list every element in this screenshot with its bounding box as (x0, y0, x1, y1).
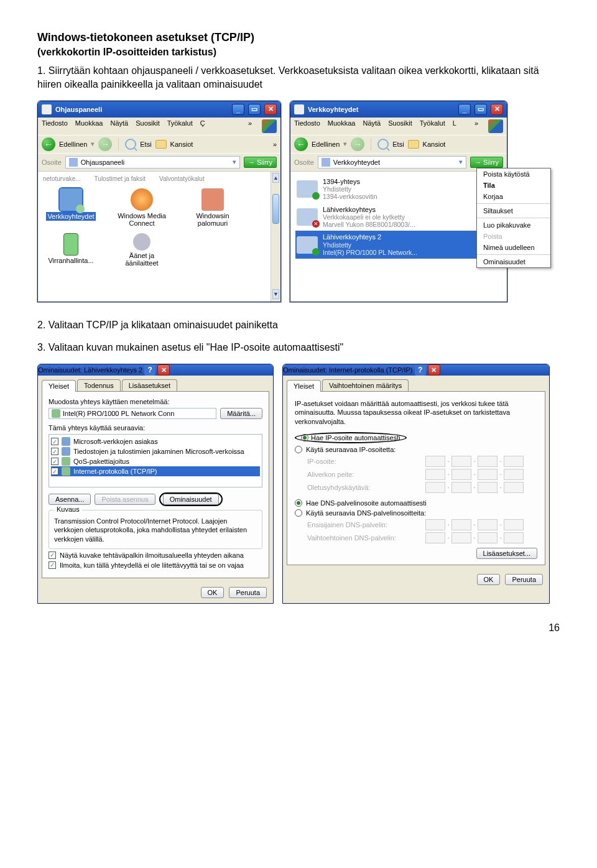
cpl-sound[interactable]: Äänet ja äänilaitteet (114, 233, 170, 267)
nic-icon (297, 236, 318, 254)
ctx-properties[interactable]: Ominaisuudet (477, 256, 550, 267)
forward-button[interactable]: → (351, 137, 364, 151)
properties-button[interactable]: Ominaisuudet (163, 494, 219, 505)
ctx-repair[interactable]: Korjaa (477, 191, 550, 202)
search-label[interactable]: Etsi (392, 141, 404, 148)
toolbar-more[interactable]: » (273, 141, 277, 148)
tab-general[interactable]: Yleiset (42, 380, 76, 392)
comp-qos[interactable]: ✓QoS-pakettiajoitus (51, 456, 260, 466)
menu-edit[interactable]: Muokkaa (75, 119, 103, 133)
tab-general[interactable]: Yleiset (287, 380, 321, 392)
address-field[interactable]: Ohjauspaneeli ▾ (65, 156, 240, 169)
menu-favorites[interactable]: Suosikit (136, 119, 160, 133)
back-button[interactable]: ← (42, 137, 55, 151)
radio-auto-ip[interactable]: Hae IP-osoite automaattisesti (295, 432, 537, 443)
menu-more-label: Ç (200, 119, 205, 133)
menu-favorites[interactable]: Suosikit (388, 119, 412, 133)
toolbar: ← Edellinen ▾ → Etsi Kansiot » (38, 135, 280, 153)
network-icon (60, 188, 82, 211)
close-button[interactable]: ✕ (428, 364, 440, 376)
scroll-down[interactable]: ▼ (272, 289, 279, 299)
scroll-up[interactable]: ▲ (272, 173, 279, 183)
components-list[interactable]: ✓Microsoft-verkkojen asiakas ✓Tiedostoje… (49, 434, 262, 487)
cpl-network-connections[interactable]: Verkkoyhteydet (43, 188, 99, 221)
window-title: Ohjauspaneeli (55, 106, 102, 113)
cancel-button[interactable]: Peruuta (229, 587, 267, 598)
ctx-disable[interactable]: Poista käytöstä (477, 169, 550, 180)
folders-label[interactable]: Kansiot (170, 141, 193, 148)
tab-advanced[interactable]: Lisäasetukset (122, 379, 177, 391)
menu-file[interactable]: Tiedosto (42, 119, 68, 133)
battery-icon (63, 233, 78, 256)
step-2-text: 2. Valitaan TCP/IP ja klikataan ominaisu… (37, 318, 560, 332)
ctx-status[interactable]: Tila (477, 180, 550, 191)
radio-auto-dns[interactable]: Hae DNS-palvelinosoite automaattisesti (295, 499, 537, 507)
ctx-rename[interactable]: Nimeä uudelleen (477, 242, 550, 253)
cpl-wmc[interactable]: Windows Media Connect (114, 188, 170, 227)
search-label[interactable]: Etsi (140, 141, 151, 148)
tab-auth[interactable]: Todennus (77, 379, 121, 391)
back-button[interactable]: ← (294, 137, 308, 151)
maximize-button[interactable]: ▭ (248, 104, 261, 115)
radio-manual-dns[interactable]: Käytä seuraavia DNS-palvelinosoitteita: (295, 509, 537, 517)
help-button[interactable]: ? (415, 364, 426, 376)
menu-file[interactable]: Tiedosto (294, 119, 320, 133)
chk-notify[interactable]: ✓Ilmoita, kun tällä yhteydellä ei ole li… (49, 561, 262, 569)
step-1-text: 1. Siirrytään kohtaan ohjauspaneeli / ve… (37, 64, 560, 92)
maximize-button[interactable]: ▭ (474, 104, 487, 115)
cancel-button[interactable]: Peruuta (505, 574, 543, 585)
configure-button[interactable]: Määritä... (220, 408, 262, 419)
ok-button[interactable]: OK (477, 574, 501, 585)
comp-tcpip-selected[interactable]: ✓Internet-protokolla (TCP/IP) (51, 466, 260, 476)
address-value: Ohjauspaneeli (81, 159, 124, 166)
windows-flag-icon (262, 119, 277, 133)
close-button[interactable]: ✕ (264, 104, 277, 115)
minimize-button[interactable]: _ (232, 104, 244, 115)
tab-body: Muodosta yhteys käyttäen menetelmää: Int… (42, 391, 269, 578)
menu-tools[interactable]: Työkalut (420, 119, 445, 133)
net-content: 1394-yhteys Yhdistetty 1394-verkkosoviti… (290, 171, 507, 302)
step-3-text: 3. Valitaan kuvan mukainen asetus eli "H… (37, 341, 560, 354)
cpl-power[interactable]: Virranhallinta... (43, 233, 99, 264)
net-item-lan1[interactable]: Lähiverkkoyhteys Verkkokaapeli ei ole ky… (295, 203, 502, 231)
close-button[interactable]: ✕ (491, 104, 503, 115)
net-item-lan2-selected[interactable]: Lähiverkkoyhteys 2 Yhdistetty Intel(R) P… (295, 231, 502, 259)
dns1-field: ... (425, 519, 524, 530)
advanced-button[interactable]: Lisäasetukset... (476, 548, 537, 559)
install-button[interactable]: Asenna... (49, 494, 91, 505)
menu-edit[interactable]: Muokkaa (328, 119, 356, 133)
menu-view[interactable]: Näytä (363, 119, 381, 133)
cpl-top-label-1: netoturvake... (43, 175, 81, 182)
go-button[interactable]: → Siirry (470, 157, 503, 168)
folders-label[interactable]: Kansiot (423, 141, 446, 148)
chk-show-icon[interactable]: ✓Näytä kuvake tehtäväpalkin ilmoitusalue… (49, 552, 262, 559)
ctx-bridge[interactable]: Siltaukset (477, 205, 550, 216)
close-button[interactable]: ✕ (157, 364, 170, 376)
help-button[interactable]: ? (144, 364, 155, 376)
address-bar: Osoite Ohjauspaneeli ▾ → Siirry (38, 153, 280, 171)
go-button[interactable]: → Siirry (244, 157, 277, 168)
ok-button[interactable]: OK (201, 587, 224, 598)
tcpip-intro: IP-asetukset voidaan määrittää automaatt… (295, 399, 537, 426)
qos-icon (62, 457, 70, 466)
menu-chevron[interactable]: » (474, 119, 478, 133)
window-icon (294, 104, 304, 114)
description-text: Transmission Control Protocol/Internet P… (54, 517, 257, 543)
comp-file-print[interactable]: ✓Tiedostojen ja tulostimien jakaminen Mi… (51, 446, 260, 456)
forward-button[interactable]: → (98, 137, 112, 151)
address-field[interactable]: Verkkoyhteydet ▾ (318, 156, 466, 169)
menu-tools[interactable]: Työkalut (167, 119, 193, 133)
minimize-button[interactable]: _ (458, 104, 471, 115)
net-item-1394[interactable]: 1394-yhteys Yhdistetty 1394-verkkosoviti… (295, 175, 502, 203)
scroll-thumb[interactable] (272, 194, 279, 224)
cpl-firewall[interactable]: Windowsin palomuuri (185, 188, 241, 227)
back-label: Edellinen (59, 141, 87, 148)
menu-view[interactable]: Näytä (110, 119, 128, 133)
circled-highlight: Hae IP-osoite automaattisesti (295, 432, 407, 443)
radio-manual-ip[interactable]: Käytä seuraavaa IP-osoitetta: (295, 446, 537, 453)
tab-alt[interactable]: Vaihtoehtoinen määritys (322, 379, 409, 391)
ctx-shortcut[interactable]: Luo pikakuvake (477, 219, 550, 231)
scrollbar[interactable]: ▲ ▼ (271, 172, 280, 302)
comp-ms-client[interactable]: ✓Microsoft-verkkojen asiakas (51, 436, 260, 446)
menu-chevron[interactable]: » (248, 119, 252, 133)
